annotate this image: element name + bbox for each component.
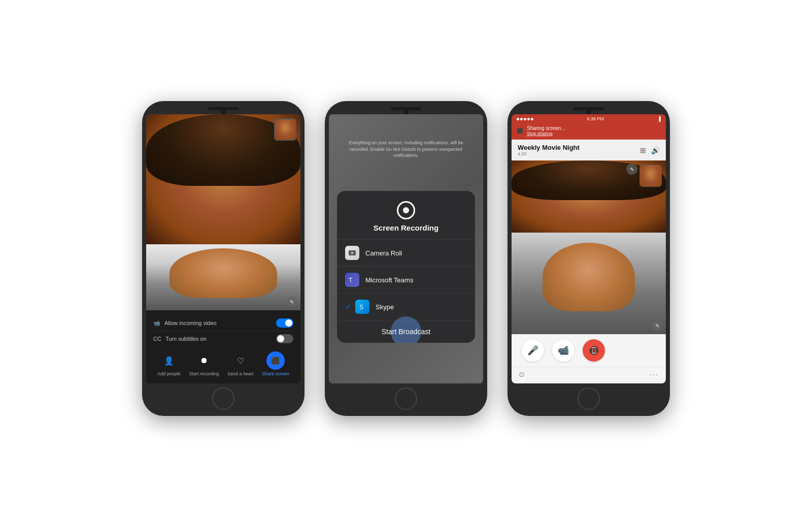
dot-5 xyxy=(531,118,533,120)
p1-screen: ✎ 📹 Allow incoming video xyxy=(146,114,300,383)
subtitles-row: CC Turn subtitles on xyxy=(153,331,293,346)
phone-2-screen: Everything on your screen, including not… xyxy=(329,114,483,383)
dot-4 xyxy=(527,118,530,120)
layout-icon[interactable]: ⊞ xyxy=(640,146,646,154)
svg-text:S: S xyxy=(359,304,363,311)
stop-sharing-btn[interactable]: Stop sharing xyxy=(527,131,565,136)
speaker-icon[interactable]: 🔊 xyxy=(651,146,660,154)
p3-secondary-edit[interactable]: ✎ xyxy=(652,320,663,331)
phone-2: Everything on your screen, including not… xyxy=(325,101,487,416)
p1-controls: 📹 Allow incoming video CC Turn subtitles… xyxy=(146,310,300,383)
camera-roll-label: Camera Roll xyxy=(365,249,402,257)
p3-secondary-bg xyxy=(512,233,666,334)
call-title: Weekly Movie Night xyxy=(518,144,580,151)
subtitles-label: CC Turn subtitles on xyxy=(153,336,207,342)
send-heart-btn[interactable]: ♡ Send a heart xyxy=(227,351,254,376)
teams-label: Microsoft Teams xyxy=(365,276,413,284)
sharing-label: Sharing screen... xyxy=(527,125,565,131)
picker-title: Screen Recording xyxy=(374,223,438,232)
phone-1-home[interactable] xyxy=(212,387,234,410)
share-screen-label: Share screen xyxy=(262,371,289,376)
header-left: Weekly Movie Night 4:20 xyxy=(518,144,580,156)
self-avatar-inner xyxy=(275,119,295,140)
toggle-thumb-on xyxy=(285,319,292,327)
picker-teams[interactable]: T Microsoft Teams xyxy=(337,267,475,294)
svg-text:T: T xyxy=(349,277,353,284)
scene: ✎ 📹 Allow incoming video xyxy=(0,0,812,517)
incoming-video-text: Allow incoming video xyxy=(164,320,217,326)
p3-main-video: ✎ xyxy=(512,160,666,233)
call-time: 4:20 xyxy=(518,151,580,156)
teams-icon: T xyxy=(345,273,359,287)
incoming-video-row: 📹 Allow incoming video xyxy=(153,315,293,331)
toggle-thumb-off xyxy=(277,335,284,342)
more-menu[interactable]: ··· xyxy=(649,370,659,379)
start-broadcast-section: Start Broadcast xyxy=(337,320,475,343)
subtitles-toggle[interactable] xyxy=(276,334,293,343)
sharing-text-group: Sharing screen... Stop sharing xyxy=(527,125,565,136)
header-icons: ⊞ 🔊 xyxy=(640,146,660,154)
phone-3-home[interactable] xyxy=(578,387,600,410)
phone-3: 6:36 PM ▐ ⬛ Sharing screen... Stop shari… xyxy=(507,101,670,416)
focus-icon[interactable]: ⊙ xyxy=(519,370,525,379)
p3-edit-icon[interactable]: ✎ xyxy=(626,164,637,175)
p3-bottom-extras: ⊙ ··· xyxy=(512,367,666,383)
record-dot xyxy=(403,207,409,213)
p1-secondary-inner xyxy=(146,244,300,310)
video-btn[interactable]: 📹 xyxy=(552,339,574,362)
add-people-btn[interactable]: 👤 Add people xyxy=(157,351,181,376)
share-screen-icon: ⬛ xyxy=(266,351,285,370)
add-people-icon: 👤 xyxy=(160,351,178,370)
p2-hint-text: Everything on your screen, including not… xyxy=(339,140,473,159)
dot-2 xyxy=(520,118,523,120)
incoming-video-toggle[interactable] xyxy=(276,318,293,328)
dot-1 xyxy=(517,118,519,120)
phone-1-camera xyxy=(221,109,226,114)
end-call-btn[interactable]: 📵 xyxy=(583,339,605,362)
incoming-video-label: 📹 Allow incoming video xyxy=(153,320,217,327)
svg-point-2 xyxy=(352,252,353,254)
phone-1-screen: ✎ 📹 Allow incoming video xyxy=(146,114,300,383)
p3-man-head xyxy=(543,243,635,311)
dot-3 xyxy=(524,118,526,120)
edit-icon[interactable]: ✎ xyxy=(286,296,297,307)
subtitles-text: Turn subtitles on xyxy=(165,336,207,342)
add-people-label: Add people xyxy=(157,371,181,376)
start-broadcast-btn[interactable]: Start Broadcast xyxy=(382,328,431,336)
p3-battery: ▐ xyxy=(658,116,661,121)
skype-checkmark: ✓ xyxy=(345,303,351,311)
p3-time: 6:36 PM xyxy=(587,116,604,121)
p3-screen: 6:36 PM ▐ ⬛ Sharing screen... Stop shari… xyxy=(512,114,666,383)
man-head xyxy=(170,248,278,298)
picker-camera-roll[interactable]: Camera Roll xyxy=(337,240,475,267)
camera-roll-icon xyxy=(345,246,359,260)
send-heart-icon: ♡ xyxy=(231,351,250,370)
phone-1: ✎ 📹 Allow incoming video xyxy=(142,101,304,416)
send-heart-label: Send a heart xyxy=(227,371,254,376)
record-circle xyxy=(397,201,415,219)
phone-3-screen: 6:36 PM ▐ ⬛ Sharing screen... Stop shari… xyxy=(512,114,666,383)
subtitles-icon: CC xyxy=(153,336,161,342)
signal-dots xyxy=(517,118,533,120)
mic-btn[interactable]: 🎤 xyxy=(522,339,544,362)
skype-icon: S xyxy=(355,300,369,314)
p3-status-bar: 6:36 PM ▐ xyxy=(512,114,666,123)
share-screen-btn[interactable]: ⬛ Share screen xyxy=(262,351,289,376)
p1-action-bar: 👤 Add people ⏺ Start recording ♡ Send a … xyxy=(153,346,293,378)
video-icon: 📹 xyxy=(153,320,160,327)
p3-bottom-controls: 🎤 📹 📵 xyxy=(512,334,666,367)
skype-label: Skype xyxy=(376,303,394,311)
start-recording-label: Start recording xyxy=(189,371,219,376)
screen-recording-picker: Screen Recording Camera Roll T xyxy=(337,191,475,343)
phone-2-camera xyxy=(403,109,409,114)
p3-sharing-bar: ⬛ Sharing screen... Stop sharing xyxy=(512,123,666,140)
p1-main-video xyxy=(146,114,300,244)
p3-call-header: Weekly Movie Night 4:20 ⊞ 🔊 xyxy=(512,140,666,160)
p1-secondary-video: ✎ xyxy=(146,244,300,310)
p3-secondary-video: ✎ xyxy=(512,233,666,334)
self-avatar xyxy=(274,118,296,141)
phone-2-home[interactable] xyxy=(395,387,417,410)
p3-self-avatar xyxy=(639,165,662,187)
picker-header: Screen Recording xyxy=(337,191,475,240)
start-recording-btn[interactable]: ⏺ Start recording xyxy=(189,351,219,376)
